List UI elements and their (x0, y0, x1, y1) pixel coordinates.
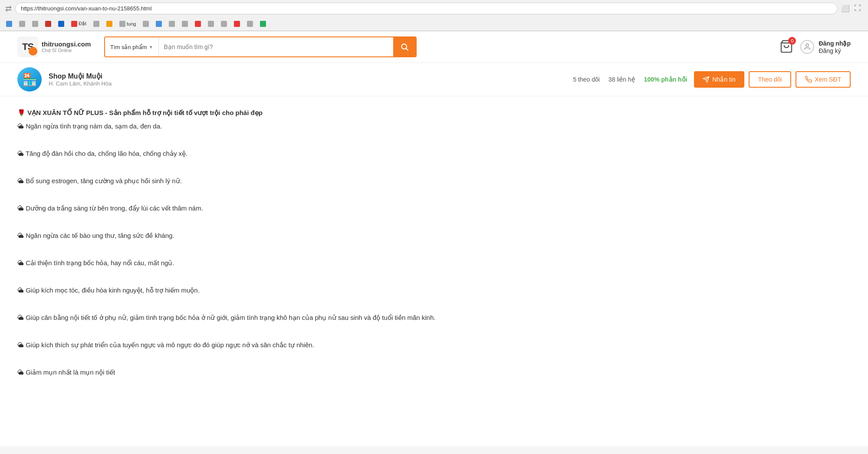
bookmark-13[interactable] (205, 20, 217, 28)
bookmark-14[interactable] (218, 20, 230, 28)
product-desc-line-0: 🌹 VẠN XUÂN TỐ NỮ PLUS - Sản phẩm hỗ trợ … (17, 107, 851, 119)
shop-bar: 🏪 Shop Muội Muội H. Cam Lâm, Khánh Hòa 5… (0, 63, 868, 96)
auth-links: Đăng nhập Đăng ký (819, 40, 851, 54)
nav-icons[interactable]: ⇄ (5, 4, 12, 13)
cart-icon-wrap[interactable]: 0 (779, 39, 793, 55)
bookmarks-bar: Đặt tung (0, 17, 868, 31)
shop-stats: 5 theo dõi 38 liên hệ 100% phản hồi (573, 76, 687, 83)
cart-badge: 0 (788, 37, 796, 45)
chevron-down-icon: ▼ (149, 45, 153, 49)
bookmark-15[interactable] (231, 20, 243, 28)
logo-icon: TS (17, 36, 38, 57)
bookmark-16[interactable] (244, 20, 256, 28)
product-desc-line-9: 🌥 Ngăn ngừa các tế bào ung thư, tăng sức… (17, 230, 851, 242)
followers-stat: 5 theo dõi (573, 76, 600, 83)
message-button-label: Nhắn tin (712, 76, 735, 83)
header-right: 0 Đăng nhập Đăng ký (779, 39, 851, 55)
product-desc-line-7: 🌥 Dưỡng da trắng sáng từ bên trong, đẩy … (17, 202, 851, 215)
search-category-label: Tìm sản phẩm (110, 44, 147, 50)
browser-chrome: ⇄ ⬜ ⛶ Đặt (0, 0, 868, 31)
search-button[interactable] (393, 37, 416, 56)
bookmark-5[interactable] (56, 20, 67, 28)
shop-avatar: 🏪 (17, 67, 42, 92)
product-desc-line-10 (17, 243, 851, 255)
bookmark-8[interactable] (140, 20, 151, 28)
main-content: 🌹 VẠN XUÂN TỐ NỮ PLUS - Sản phẩm hỗ trợ … (0, 96, 868, 390)
login-link[interactable]: Đăng nhập (819, 40, 851, 47)
shop-name: Shop Muội Muội (49, 72, 557, 80)
svg-line-1 (406, 49, 408, 51)
product-desc-line-3: 🌥 Tăng độ đàn hồi cho da, chống lão hóa,… (17, 148, 851, 160)
svg-point-3 (806, 44, 809, 46)
product-desc-line-6 (17, 188, 851, 201)
product-desc-line-15: 🌥 Giúp cân bằng nội tiết tố ở phụ nữ, gi… (17, 312, 851, 324)
bookmark-17[interactable] (257, 20, 269, 28)
shop-info: Shop Muội Muội H. Cam Lâm, Khánh Hòa (49, 72, 557, 87)
auth-area: Đăng nhập Đăng ký (800, 40, 851, 54)
user-icon (800, 40, 814, 54)
site-subtitle: Chợ Sỉ Online (42, 48, 91, 53)
product-desc-line-11: 🌥 Cải thiện tình trạng bốc hỏa, hay nổi … (17, 257, 851, 270)
bookmark-12[interactable] (192, 20, 204, 28)
search-input[interactable] (159, 37, 393, 56)
product-desc-line-19: 🌥 Giảm mụn nhất là mụn nội tiết (17, 366, 851, 379)
logo-orange-circle (29, 47, 37, 56)
response-rate: 100% phản hồi (644, 76, 687, 83)
site-header: TS thitruongsi.com Chợ Sỉ Online Tìm sản… (0, 31, 868, 63)
logo-text-area: thitruongsi.com Chợ Sỉ Online (42, 40, 91, 53)
product-desc-line-17: 🌥 Giúp kích thích sự phát triển của tuyế… (17, 339, 851, 352)
product-desc-line-5: 🌥 Bổ sung estrogen, tăng cường và phục h… (17, 175, 851, 188)
search-area: Tìm sản phẩm ▼ (104, 36, 417, 57)
bookmark-10[interactable] (166, 20, 178, 28)
phone-icon (805, 76, 812, 83)
product-desc-line-1: 🌥 Ngăn ngừa tình trạng nám da, sạm da, đ… (17, 120, 851, 133)
send-icon (703, 76, 710, 83)
product-desc-line-18 (17, 352, 851, 365)
address-bar: ⇄ ⬜ ⛶ (0, 0, 868, 17)
nav-back-icon[interactable]: ⇄ (5, 4, 12, 13)
register-link[interactable]: Đăng ký (819, 47, 841, 54)
phone-button[interactable]: Xem SĐT (796, 71, 851, 88)
product-desc-line-12 (17, 270, 851, 283)
follow-button-label: Theo dõi (758, 76, 782, 83)
message-button[interactable]: Nhắn tin (694, 71, 744, 88)
bookmark-tung[interactable]: tung (117, 20, 138, 28)
cast-icon[interactable]: ⬜ (841, 4, 850, 13)
bookmark-6[interactable] (91, 20, 102, 28)
bookmark-3[interactable] (30, 20, 41, 28)
product-desc-line-8 (17, 215, 851, 228)
search-category-select[interactable]: Tìm sản phẩm ▼ (105, 37, 159, 56)
bookmark-7[interactable] (104, 20, 115, 28)
bookmark-11[interactable] (179, 20, 191, 28)
bookmark-9[interactable] (153, 20, 164, 28)
bookmark-dat[interactable]: Đặt (69, 20, 89, 28)
follow-button[interactable]: Theo dõi (749, 71, 791, 88)
product-desc-line-2 (17, 133, 851, 146)
contacts-stat: 38 liên hệ (608, 76, 635, 83)
fullscreen-icon[interactable]: ⛶ (854, 4, 861, 13)
shop-location: H. Cam Lâm, Khánh Hòa (49, 80, 557, 87)
product-description: 🌹 VẠN XUÂN TỐ NỮ PLUS - Sản phẩm hỗ trợ … (17, 107, 851, 378)
bookmark-1[interactable] (3, 20, 15, 28)
product-desc-line-16 (17, 325, 851, 337)
svg-point-0 (401, 44, 407, 49)
product-desc-line-14 (17, 297, 851, 310)
product-desc-line-4 (17, 161, 851, 173)
bookmark-4[interactable] (43, 20, 54, 28)
search-icon (400, 43, 409, 51)
logo-area: TS thitruongsi.com Chợ Sỉ Online (17, 36, 95, 57)
browser-toolbar-right: ⬜ ⛶ (841, 4, 863, 13)
url-input[interactable] (15, 3, 838, 14)
phone-button-label: Xem SĐT (815, 76, 841, 83)
page-wrapper: TS thitruongsi.com Chợ Sỉ Online Tìm sản… (0, 31, 868, 446)
site-name: thitruongsi.com (42, 40, 91, 48)
bookmark-2[interactable] (16, 20, 28, 28)
product-desc-line-13: 🌥 Giúp kích mọc tóc, điều hòa kinh nguyệ… (17, 284, 851, 297)
shop-actions: Nhắn tin Theo dõi Xem SĐT (694, 71, 851, 88)
